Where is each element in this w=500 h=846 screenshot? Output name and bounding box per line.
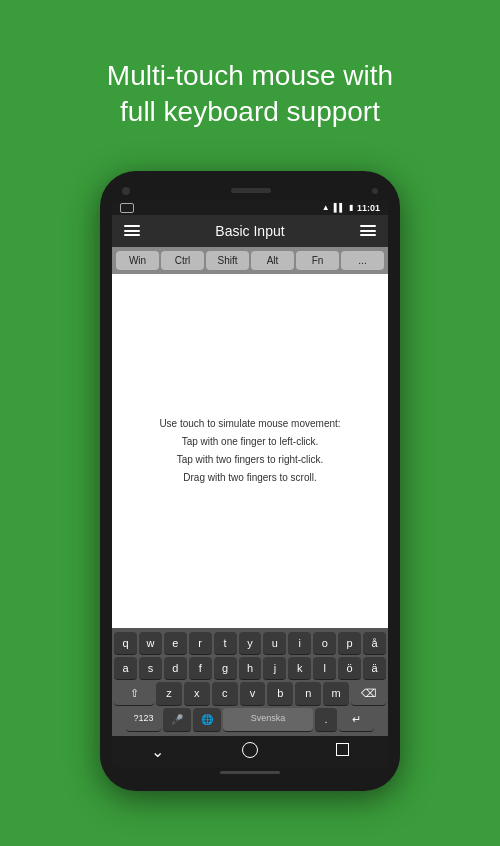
key-t[interactable]: t (214, 632, 237, 655)
key-shift[interactable]: Shift (206, 251, 249, 270)
header-title: Multi-touch mouse with full keyboard sup… (67, 28, 433, 151)
status-battery: ▮ (349, 203, 353, 212)
globe-icon: 🌐 (201, 714, 213, 725)
key-y[interactable]: y (239, 632, 262, 655)
key-more[interactable]: ... (341, 251, 384, 270)
keyboard-row-1: q w e r t y u i o p å (114, 632, 386, 655)
phone-speaker (231, 188, 271, 193)
status-bar-left (120, 203, 134, 213)
back-icon: ⌄ (151, 743, 164, 760)
phone-screen: ▲ ▌▌ ▮ 11:01 Basic Input Win Ctrl Shift (112, 201, 388, 767)
key-c[interactable]: c (212, 682, 238, 706)
backspace-icon: ⌫ (361, 687, 377, 700)
key-d[interactable]: d (164, 657, 187, 680)
key-win[interactable]: Win (116, 251, 159, 270)
phone-bottom-bar (112, 767, 388, 779)
hamburger-line-3 (124, 234, 140, 236)
key-ctrl[interactable]: Ctrl (161, 251, 204, 270)
key-mic[interactable]: 🎤 (163, 708, 191, 732)
keyboard-row-4: ?123 🎤 🌐 Svenska . ↵ (114, 708, 386, 732)
phone-dot (372, 188, 378, 194)
instruction-line-4: Drag with two fingers to scroll. (159, 469, 340, 487)
status-signal: ▌▌ (334, 203, 345, 212)
touchpad-instructions: Use touch to simulate mouse movement: Ta… (159, 415, 340, 487)
keyboard-status-icon (120, 203, 134, 213)
status-wifi: ▲ (322, 203, 330, 212)
key-shift-btn[interactable]: ⇧ (114, 682, 154, 706)
nav-recents-button[interactable] (336, 743, 349, 759)
instruction-line-3: Tap with two fingers to right-click. (159, 451, 340, 469)
menu-icon[interactable] (124, 225, 140, 236)
status-bar: ▲ ▌▌ ▮ 11:01 (112, 201, 388, 215)
recents-icon (336, 743, 349, 756)
phone-camera (122, 187, 130, 195)
app-header: Multi-touch mouse with full keyboard sup… (27, 0, 473, 171)
hamburger-line-1 (124, 225, 140, 227)
overflow-menu-icon[interactable] (360, 225, 376, 236)
overflow-line-3 (360, 234, 376, 236)
key-alt[interactable]: Alt (251, 251, 294, 270)
key-e[interactable]: e (164, 632, 187, 655)
key-r[interactable]: r (189, 632, 212, 655)
overflow-line-2 (360, 230, 376, 232)
key-globe[interactable]: 🌐 (193, 708, 221, 732)
key-v[interactable]: v (240, 682, 266, 706)
status-time: 11:01 (357, 203, 380, 213)
key-s[interactable]: s (139, 657, 162, 680)
key-j[interactable]: j (263, 657, 286, 680)
key-g[interactable]: g (214, 657, 237, 680)
key-p[interactable]: p (338, 632, 361, 655)
key-aa[interactable]: å (363, 632, 386, 655)
key-x[interactable]: x (184, 682, 210, 706)
key-i[interactable]: i (288, 632, 311, 655)
key-fn[interactable]: Fn (296, 251, 339, 270)
keyboard-section: q w e r t y u i o p å a s d f g h j (112, 628, 388, 736)
key-backspace[interactable]: ⌫ (351, 682, 386, 706)
key-ae[interactable]: ä (363, 657, 386, 680)
nav-back-button[interactable]: ⌄ (151, 742, 164, 761)
key-q[interactable]: q (114, 632, 137, 655)
key-period[interactable]: . (315, 708, 337, 732)
key-b[interactable]: b (267, 682, 293, 706)
phone-top-bar (112, 183, 388, 201)
key-a[interactable]: a (114, 657, 137, 680)
key-l[interactable]: l (313, 657, 336, 680)
modifier-bar: Win Ctrl Shift Alt Fn ... (112, 247, 388, 274)
keyboard-row-2: a s d f g h j k l ö ä (114, 657, 386, 680)
key-m[interactable]: m (323, 682, 349, 706)
key-w[interactable]: w (139, 632, 162, 655)
instruction-line-1: Use touch to simulate mouse movement: (159, 415, 340, 433)
nav-bar: ⌄ (112, 736, 388, 767)
phone-device: ▲ ▌▌ ▮ 11:01 Basic Input Win Ctrl Shift (100, 171, 400, 791)
key-oe[interactable]: ö (338, 657, 361, 680)
key-z[interactable]: z (156, 682, 182, 706)
overflow-line-1 (360, 225, 376, 227)
key-o[interactable]: o (313, 632, 336, 655)
enter-icon: ↵ (352, 713, 361, 726)
key-n[interactable]: n (295, 682, 321, 706)
key-h[interactable]: h (239, 657, 262, 680)
key-k[interactable]: k (288, 657, 311, 680)
key-u[interactable]: u (263, 632, 286, 655)
home-indicator (220, 771, 280, 774)
app-bar-title: Basic Input (215, 223, 284, 239)
hamburger-line-2 (124, 230, 140, 232)
keyboard-row-3: ⇧ z x c v b n m ⌫ (114, 682, 386, 706)
key-f[interactable]: f (189, 657, 212, 680)
shift-icon: ⇧ (130, 687, 139, 700)
mic-icon: 🎤 (171, 714, 183, 725)
instruction-line-2: Tap with one finger to left-click. (159, 433, 340, 451)
key-space[interactable]: Svenska (223, 708, 313, 732)
key-num-toggle[interactable]: ?123 (126, 708, 161, 732)
key-enter[interactable]: ↵ (339, 708, 374, 732)
app-bar: Basic Input (112, 215, 388, 247)
home-icon (242, 742, 258, 758)
nav-home-button[interactable] (242, 742, 258, 761)
touchpad-area[interactable]: Use touch to simulate mouse movement: Ta… (112, 274, 388, 628)
